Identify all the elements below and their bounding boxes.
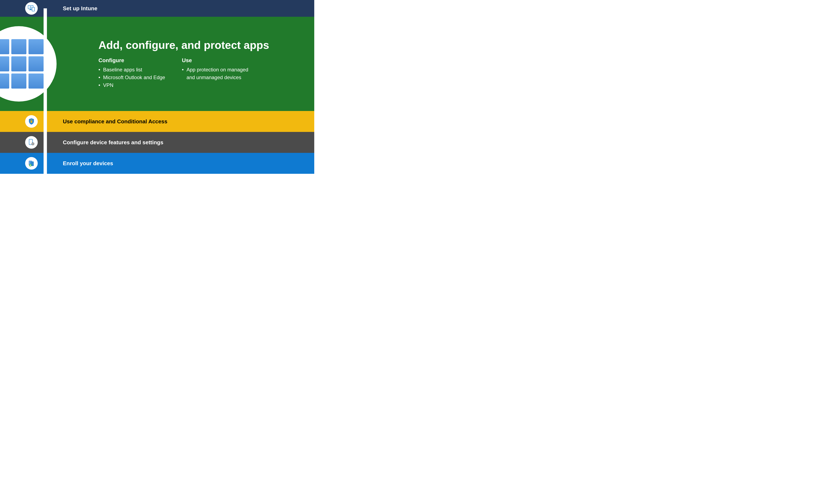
step-1-node (25, 2, 38, 15)
svg-rect-2 (29, 10, 32, 10)
svg-rect-1 (30, 9, 31, 10)
svg-rect-4 (32, 7, 35, 11)
svg-point-3 (30, 6, 31, 8)
svg-line-15 (34, 143, 34, 143)
configure-heading: Configure (99, 57, 165, 64)
step-4-band: Configure device features and settings (0, 132, 314, 153)
step-3-band: Use compliance and Conditional Access (0, 111, 314, 132)
list-item: Microsoft Outlook and Edge (99, 73, 165, 81)
list-item: Baseline apps list (99, 66, 165, 73)
monitor-icon (28, 5, 35, 12)
step-1-title: Set up Intune (63, 5, 306, 12)
step-4-title: Configure device features and settings (63, 139, 306, 146)
device-gear-icon (28, 139, 35, 146)
svg-line-16 (32, 145, 32, 145)
step-3-node (25, 115, 38, 128)
shield-lock-icon (28, 118, 35, 125)
step-3-title: Use compliance and Conditional Access (63, 118, 306, 125)
use-list: App protection on managed and unmanaged … (182, 66, 257, 81)
step-5-band: Enroll your devices (0, 153, 314, 174)
step-1-band: Set up Intune (0, 0, 314, 17)
list-item: App protection on managed and unmanaged … (182, 66, 257, 81)
svg-line-13 (32, 143, 32, 143)
step-2-columns: Configure Baseline apps list Microsoft O… (99, 57, 306, 89)
use-column: Use App protection on managed and unmana… (182, 57, 257, 89)
device-add-icon (28, 160, 35, 167)
step-5-title: Enroll your devices (63, 160, 306, 167)
list-item: VPN (99, 81, 165, 89)
step-4-node (25, 136, 38, 149)
svg-line-14 (34, 145, 34, 145)
svg-point-8 (33, 143, 33, 144)
apps-grid-icon (0, 39, 43, 89)
configure-list: Baseline apps list Microsoft Outlook and… (99, 66, 165, 89)
step-2-band: Add, configure, and protect apps Configu… (0, 17, 314, 111)
svg-rect-5 (31, 121, 32, 123)
configure-column: Configure Baseline apps list Microsoft O… (99, 57, 165, 89)
step-2-title: Add, configure, and protect apps (99, 39, 306, 51)
use-heading: Use (182, 57, 257, 64)
step-5-node (25, 157, 38, 169)
timeline-spine (43, 8, 47, 181)
step-2-node (0, 26, 56, 102)
